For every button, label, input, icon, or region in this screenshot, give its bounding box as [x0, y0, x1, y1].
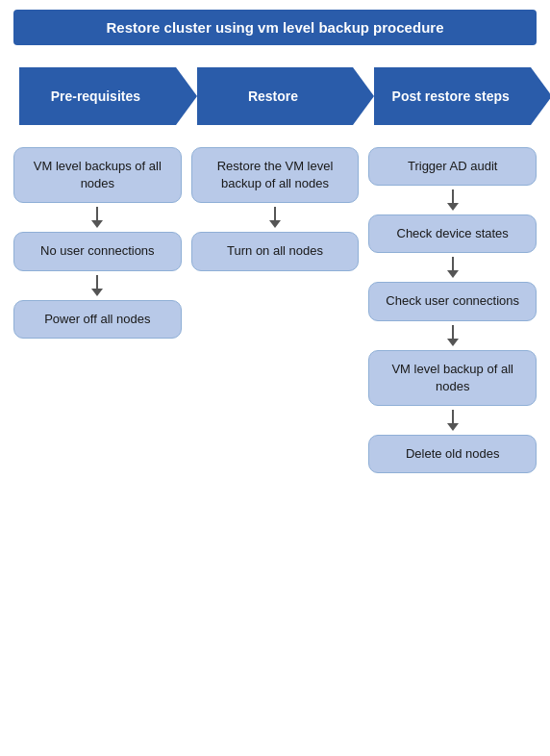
arrow-down-7	[447, 410, 459, 431]
restore-label: Restore	[197, 67, 354, 125]
arrow-down-6	[447, 325, 459, 346]
arrow-line	[452, 189, 454, 203]
arrow-tip	[91, 220, 103, 228]
arrow-tip	[447, 423, 459, 431]
arrow-down-5	[447, 257, 459, 278]
columns-container: Pre-requisites VM level backups of all n…	[13, 63, 537, 473]
arrow-down-2	[91, 275, 103, 296]
step-delete-old-nodes: Delete old nodes	[368, 435, 537, 473]
arrow-tip	[447, 203, 459, 211]
arrow-tip	[447, 270, 459, 278]
arrow-header-restore: Restore	[191, 63, 360, 130]
step-power-off-nodes: Power off all nodes	[13, 300, 182, 339]
arrow-down-4	[447, 189, 459, 211]
arrow-tip	[269, 220, 281, 228]
step-check-device-states: Check device states	[368, 214, 537, 253]
step-trigger-ad-audit: Trigger AD audit	[368, 147, 537, 186]
arrow-down-1	[91, 207, 103, 228]
arrow-header-post-restore: Post restore steps	[368, 63, 537, 130]
arrow-header-pre-requisites: Pre-requisites	[13, 63, 182, 130]
step-vm-backups: VM level backups of all nodes	[13, 147, 182, 203]
arrow-line	[96, 207, 98, 220]
step-check-user-connections: Check user connections	[368, 282, 537, 320]
step-vm-level-backup-post: VM level backup of all nodes	[368, 350, 537, 406]
pre-requisites-label: Pre-requisites	[19, 67, 176, 125]
arrow-down-3	[269, 207, 281, 228]
column-pre-requisites: Pre-requisites VM level backups of all n…	[13, 63, 182, 339]
page: Restore cluster using vm level backup pr…	[0, 0, 550, 492]
arrow-line	[452, 257, 454, 270]
column-restore: Restore Restore the VM level backup of a…	[191, 63, 360, 271]
arrow-tip	[91, 289, 103, 296]
post-restore-label: Post restore steps	[374, 67, 531, 125]
page-title: Restore cluster using vm level backup pr…	[13, 10, 537, 45]
arrow-line	[452, 325, 454, 339]
arrow-line	[452, 410, 454, 423]
column-post-restore: Post restore steps Trigger AD audit Chec…	[368, 63, 537, 473]
arrow-tip	[447, 339, 459, 346]
arrow-line	[274, 207, 276, 220]
step-restore-vm-backup: Restore the VM level backup of all nodes	[191, 147, 360, 203]
step-turn-on-nodes: Turn on all nodes	[191, 232, 360, 270]
step-no-user-connections: No user connections	[13, 232, 182, 270]
arrow-line	[96, 275, 98, 289]
